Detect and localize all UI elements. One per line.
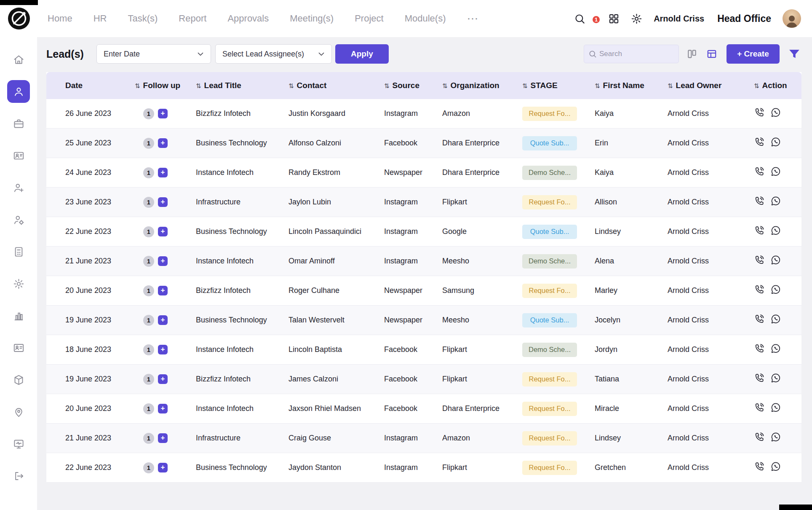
column-header-stage[interactable]: ⇅STAGE	[514, 72, 586, 99]
lead-row[interactable]: 20 June 2023 1+ Instance Infotech Jaxson…	[46, 394, 801, 424]
phone-call-icon[interactable]	[754, 343, 765, 354]
nav-approvals[interactable]: Approvals	[227, 13, 269, 24]
sort-icon[interactable]: ⇅	[754, 82, 759, 89]
followup-count-badge[interactable]: 1	[143, 138, 154, 149]
followup-add-button[interactable]: +	[158, 374, 168, 384]
lead-row[interactable]: 23 June 2023 1+ Infrastructure Jaylon Lu…	[46, 188, 801, 217]
followup-add-button[interactable]: +	[158, 345, 168, 354]
sidebar-item-products[interactable]	[7, 368, 30, 391]
column-header-organization[interactable]: ⇅Organization	[434, 72, 514, 99]
lead-row[interactable]: 24 June 2023 1+ Instance Infotech Randy …	[46, 158, 801, 188]
followup-count-badge[interactable]: 1	[143, 403, 154, 414]
followup-count-badge[interactable]: 1	[143, 285, 154, 296]
phone-call-icon[interactable]	[754, 284, 765, 295]
sidebar-item-reports[interactable]	[7, 304, 30, 327]
whatsapp-icon[interactable]	[770, 107, 781, 118]
user-avatar[interactable]	[783, 9, 801, 28]
followup-count-badge[interactable]: 1	[143, 167, 154, 178]
column-header-lead-title[interactable]: ⇅Lead Title	[187, 72, 280, 99]
stage-badge[interactable]: Demo Sche...	[522, 343, 577, 357]
whatsapp-icon[interactable]	[770, 196, 781, 207]
whatsapp-icon[interactable]	[770, 343, 781, 354]
sort-icon[interactable]: ⇅	[595, 82, 600, 89]
nav-tasks[interactable]: Task(s)	[128, 13, 158, 24]
followup-add-button[interactable]: +	[158, 256, 168, 266]
lead-row[interactable]: 20 June 2023 1+ Bizzfizz Infotech Roger …	[46, 276, 801, 306]
whatsapp-icon[interactable]	[770, 432, 781, 443]
lead-row[interactable]: 26 June 2023 1+ Bizzfizz Infotech Justin…	[46, 99, 801, 129]
whatsapp-icon[interactable]	[770, 373, 781, 384]
phone-call-icon[interactable]	[754, 196, 765, 207]
phone-call-icon[interactable]	[754, 432, 765, 443]
phone-call-icon[interactable]	[754, 314, 765, 325]
followup-add-button[interactable]: +	[158, 168, 168, 177]
nav-report[interactable]: Report	[179, 13, 206, 24]
followup-count-badge[interactable]: 1	[143, 108, 154, 119]
column-header-lead-owner[interactable]: ⇅Lead Owner	[659, 72, 737, 99]
lead-row[interactable]: 19 June 2023 1+ Business Technology Tala…	[46, 306, 801, 335]
nav-hr[interactable]: HR	[93, 13, 107, 24]
nav-meetings[interactable]: Meeting(s)	[290, 13, 334, 24]
phone-call-icon[interactable]	[754, 137, 765, 148]
whatsapp-icon[interactable]	[770, 225, 781, 236]
sort-icon[interactable]: ⇅	[522, 82, 528, 89]
stage-badge[interactable]: Request Fo...	[522, 461, 577, 475]
lead-row[interactable]: 19 June 2023 1+ Bizzfizz Infotech James …	[46, 365, 801, 394]
sidebar-item-add-contact[interactable]	[7, 176, 30, 199]
kanban-view-icon[interactable]	[686, 48, 698, 60]
followup-count-badge[interactable]: 1	[143, 315, 154, 326]
sidebar-item-locations[interactable]	[7, 400, 30, 423]
settings-gear-icon[interactable]	[631, 13, 642, 24]
stage-badge[interactable]: Demo Sche...	[522, 166, 577, 180]
stage-badge[interactable]: Request Fo...	[522, 107, 577, 121]
column-header-followup[interactable]: ⇅Follow up	[126, 72, 187, 99]
sort-icon[interactable]: ⇅	[288, 82, 294, 89]
whatsapp-icon[interactable]	[770, 255, 781, 266]
sidebar-item-meetings[interactable]	[7, 144, 30, 167]
lead-row[interactable]: 21 June 2023 1+ Infrastructure Craig Gou…	[46, 424, 801, 453]
column-header-contact[interactable]: ⇅Contact	[280, 72, 376, 99]
date-filter-dropdown[interactable]: Enter Date	[96, 44, 211, 64]
sort-icon[interactable]: ⇅	[384, 82, 390, 89]
followup-add-button[interactable]: +	[158, 286, 168, 295]
sidebar-item-activity[interactable]	[7, 432, 30, 455]
sort-icon[interactable]: ⇅	[135, 82, 140, 89]
sort-icon[interactable]: ⇅	[442, 82, 448, 89]
followup-add-button[interactable]: +	[158, 227, 168, 236]
column-header-source[interactable]: ⇅Source	[376, 72, 434, 99]
followup-add-button[interactable]: +	[158, 197, 168, 207]
filter-funnel-icon[interactable]	[787, 47, 801, 61]
column-header-date[interactable]: Date	[46, 72, 126, 99]
sidebar-item-home[interactable]	[7, 48, 30, 71]
followup-count-badge[interactable]: 1	[143, 433, 154, 444]
apply-button[interactable]: Apply	[335, 44, 389, 64]
apps-grid-icon[interactable]	[608, 13, 620, 24]
whatsapp-icon[interactable]	[770, 137, 781, 148]
phone-call-icon[interactable]	[754, 166, 765, 177]
stage-badge[interactable]: Request Fo...	[522, 195, 577, 209]
nav-home[interactable]: Home	[48, 13, 72, 24]
followup-add-button[interactable]: +	[158, 433, 168, 443]
column-header-action[interactable]: ⇅Action	[737, 72, 801, 99]
sidebar-item-invoices[interactable]	[7, 240, 30, 263]
sidebar-item-user-admin[interactable]	[7, 208, 30, 231]
lead-row[interactable]: 22 June 2023 1+ Business Technology Jayd…	[46, 453, 801, 483]
whatsapp-icon[interactable]	[770, 166, 781, 177]
phone-call-icon[interactable]	[754, 107, 765, 118]
stage-badge[interactable]: Quote Sub...	[522, 136, 577, 150]
lead-row[interactable]: 25 June 2023 1+ Business Technology Alfo…	[46, 129, 801, 158]
sidebar-item-contacts[interactable]	[7, 336, 30, 359]
stage-badge[interactable]: Demo Sche...	[522, 254, 577, 268]
followup-add-button[interactable]: +	[158, 109, 168, 118]
sidebar-item-jobs[interactable]	[7, 112, 30, 135]
whatsapp-icon[interactable]	[770, 284, 781, 295]
sidebar-item-logout[interactable]	[7, 464, 30, 487]
phone-call-icon[interactable]	[754, 373, 765, 384]
followup-count-badge[interactable]: 1	[143, 256, 154, 267]
phone-call-icon[interactable]	[754, 255, 765, 266]
followup-add-button[interactable]: +	[158, 404, 168, 413]
whatsapp-icon[interactable]	[770, 461, 781, 472]
stage-badge[interactable]: Request Fo...	[522, 431, 577, 446]
stage-badge[interactable]: Request Fo...	[522, 372, 577, 387]
followup-count-badge[interactable]: 1	[143, 226, 154, 237]
